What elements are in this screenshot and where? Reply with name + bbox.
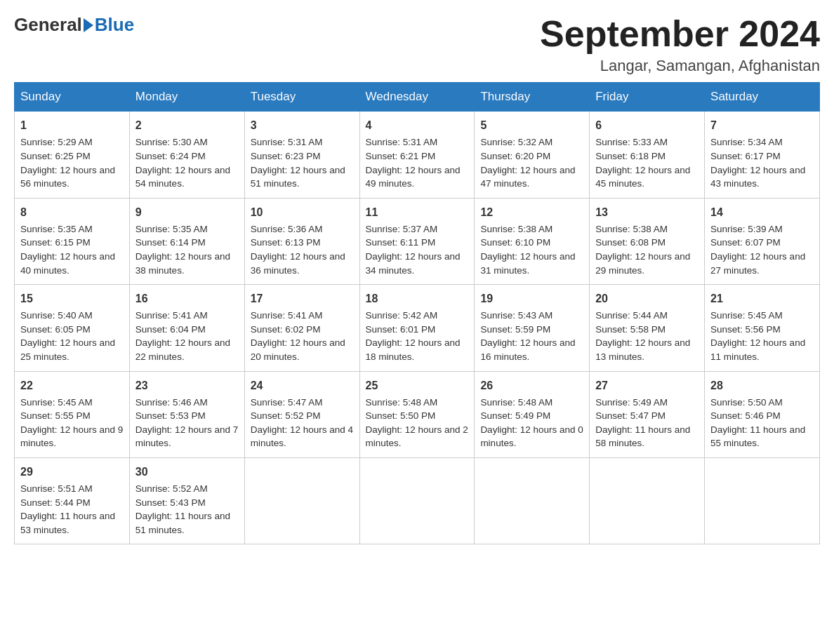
calendar-cell: 3Sunrise: 5:31 AMSunset: 6:23 PMDaylight… — [244, 112, 359, 198]
weekday-header-monday: Monday — [129, 83, 244, 112]
calendar-week-row: 1Sunrise: 5:29 AMSunset: 6:25 PMDaylight… — [15, 112, 820, 198]
weekday-header-saturday: Saturday — [705, 83, 820, 112]
weekday-header-tuesday: Tuesday — [244, 83, 359, 112]
logo-arrow-icon — [84, 18, 93, 32]
weekday-header-thursday: Thursday — [475, 83, 590, 112]
calendar-cell: 2Sunrise: 5:30 AMSunset: 6:24 PMDaylight… — [129, 112, 244, 198]
day-number: 19 — [480, 290, 583, 307]
day-number: 8 — [20, 204, 124, 220]
calendar-cell — [475, 457, 590, 544]
calendar-cell — [705, 457, 820, 544]
day-number: 22 — [20, 377, 124, 394]
location: Langar, Samangan, Afghanistan — [540, 57, 820, 75]
calendar-cell: 1Sunrise: 5:29 AMSunset: 6:25 PMDaylight… — [15, 112, 130, 198]
calendar-cell: 24Sunrise: 5:47 AMSunset: 5:52 PMDayligh… — [244, 371, 359, 457]
day-number: 29 — [20, 464, 124, 480]
day-number: 26 — [480, 377, 583, 394]
calendar-table: SundayMondayTuesdayWednesdayThursdayFrid… — [14, 82, 820, 544]
weekday-header-row: SundayMondayTuesdayWednesdayThursdayFrid… — [15, 83, 820, 112]
day-number: 23 — [135, 377, 239, 394]
calendar-cell: 9Sunrise: 5:35 AMSunset: 6:14 PMDaylight… — [129, 198, 244, 284]
calendar-cell: 27Sunrise: 5:49 AMSunset: 5:47 PMDayligh… — [590, 371, 705, 457]
day-number: 28 — [710, 377, 814, 394]
day-number: 21 — [710, 290, 814, 307]
weekday-header-friday: Friday — [590, 83, 705, 112]
calendar-cell: 18Sunrise: 5:42 AMSunset: 6:01 PMDayligh… — [359, 285, 475, 371]
title-block: September 2024 Langar, Samangan, Afghani… — [540, 14, 820, 75]
day-number: 25 — [366, 377, 469, 394]
day-number: 17 — [251, 290, 354, 307]
logo-general: General — [14, 14, 82, 36]
page-header: General Blue September 2024 Langar, Sama… — [14, 14, 820, 75]
calendar-cell: 11Sunrise: 5:37 AMSunset: 6:11 PMDayligh… — [359, 198, 475, 284]
day-number: 4 — [366, 117, 469, 133]
day-number: 5 — [480, 117, 583, 133]
weekday-header-sunday: Sunday — [15, 83, 130, 112]
calendar-cell: 4Sunrise: 5:31 AMSunset: 6:21 PMDaylight… — [359, 112, 475, 198]
calendar-cell: 14Sunrise: 5:39 AMSunset: 6:07 PMDayligh… — [705, 198, 820, 284]
day-number: 10 — [251, 204, 354, 220]
calendar-week-row: 29Sunrise: 5:51 AMSunset: 5:44 PMDayligh… — [15, 457, 820, 544]
day-number: 15 — [20, 290, 124, 307]
calendar-cell: 10Sunrise: 5:36 AMSunset: 6:13 PMDayligh… — [244, 198, 359, 284]
calendar-cell: 15Sunrise: 5:40 AMSunset: 6:05 PMDayligh… — [15, 285, 130, 371]
logo: General Blue — [14, 14, 134, 36]
day-number: 27 — [595, 377, 699, 394]
weekday-header-wednesday: Wednesday — [359, 83, 475, 112]
calendar-cell: 20Sunrise: 5:44 AMSunset: 5:58 PMDayligh… — [590, 285, 705, 371]
calendar-cell: 8Sunrise: 5:35 AMSunset: 6:15 PMDaylight… — [15, 198, 130, 284]
calendar-cell: 16Sunrise: 5:41 AMSunset: 6:04 PMDayligh… — [129, 285, 244, 371]
day-number: 30 — [135, 464, 239, 480]
calendar-cell: 30Sunrise: 5:52 AMSunset: 5:43 PMDayligh… — [129, 457, 244, 544]
logo-blue: Blue — [95, 14, 134, 36]
calendar-cell: 17Sunrise: 5:41 AMSunset: 6:02 PMDayligh… — [244, 285, 359, 371]
calendar-cell: 29Sunrise: 5:51 AMSunset: 5:44 PMDayligh… — [15, 457, 130, 544]
calendar-cell: 6Sunrise: 5:33 AMSunset: 6:18 PMDaylight… — [590, 112, 705, 198]
day-number: 9 — [135, 204, 239, 220]
day-number: 24 — [251, 377, 354, 394]
day-number: 18 — [366, 290, 469, 307]
calendar-cell: 19Sunrise: 5:43 AMSunset: 5:59 PMDayligh… — [475, 285, 590, 371]
calendar-week-row: 15Sunrise: 5:40 AMSunset: 6:05 PMDayligh… — [15, 285, 820, 371]
day-number: 2 — [135, 117, 239, 133]
calendar-cell — [244, 457, 359, 544]
day-number: 6 — [595, 117, 699, 133]
calendar-cell: 5Sunrise: 5:32 AMSunset: 6:20 PMDaylight… — [475, 112, 590, 198]
day-number: 7 — [710, 117, 814, 133]
day-number: 16 — [135, 290, 239, 307]
calendar-cell: 12Sunrise: 5:38 AMSunset: 6:10 PMDayligh… — [475, 198, 590, 284]
calendar-cell: 13Sunrise: 5:38 AMSunset: 6:08 PMDayligh… — [590, 198, 705, 284]
day-number: 3 — [251, 117, 354, 133]
day-number: 14 — [710, 204, 814, 220]
calendar-cell: 21Sunrise: 5:45 AMSunset: 5:56 PMDayligh… — [705, 285, 820, 371]
day-number: 13 — [595, 204, 699, 220]
calendar-week-row: 8Sunrise: 5:35 AMSunset: 6:15 PMDaylight… — [15, 198, 820, 284]
calendar-cell: 26Sunrise: 5:48 AMSunset: 5:49 PMDayligh… — [475, 371, 590, 457]
day-number: 12 — [480, 204, 583, 220]
calendar-cell: 28Sunrise: 5:50 AMSunset: 5:46 PMDayligh… — [705, 371, 820, 457]
day-number: 20 — [595, 290, 699, 307]
calendar-cell: 25Sunrise: 5:48 AMSunset: 5:50 PMDayligh… — [359, 371, 475, 457]
calendar-cell — [590, 457, 705, 544]
day-number: 1 — [20, 117, 124, 133]
calendar-cell: 7Sunrise: 5:34 AMSunset: 6:17 PMDaylight… — [705, 112, 820, 198]
calendar-cell — [359, 457, 475, 544]
month-title: September 2024 — [540, 14, 820, 54]
day-number: 11 — [366, 204, 469, 220]
calendar-cell: 22Sunrise: 5:45 AMSunset: 5:55 PMDayligh… — [15, 371, 130, 457]
calendar-week-row: 22Sunrise: 5:45 AMSunset: 5:55 PMDayligh… — [15, 371, 820, 457]
calendar-cell: 23Sunrise: 5:46 AMSunset: 5:53 PMDayligh… — [129, 371, 244, 457]
